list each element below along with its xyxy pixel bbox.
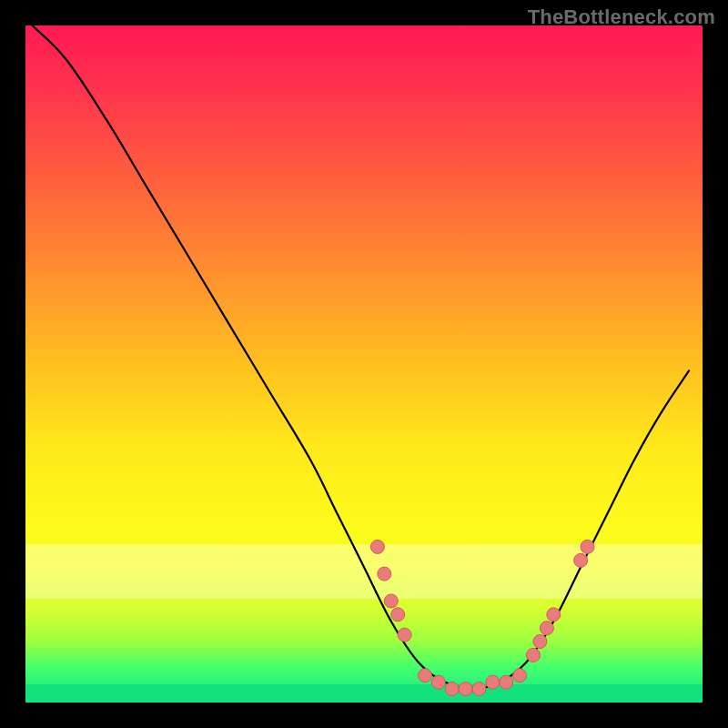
data-dot xyxy=(533,635,547,649)
data-dot xyxy=(398,628,411,642)
data-dot xyxy=(431,675,445,689)
data-dots xyxy=(370,540,594,695)
chart-stage: TheBottleneck.com xyxy=(0,0,728,728)
plot-area xyxy=(25,25,703,703)
data-dot xyxy=(378,567,391,581)
curve-line xyxy=(32,25,689,689)
data-dot xyxy=(370,540,384,553)
data-dot xyxy=(384,594,398,608)
data-dot xyxy=(513,669,527,682)
data-dot xyxy=(486,675,500,689)
data-dot xyxy=(574,553,588,567)
data-dot xyxy=(419,669,432,682)
data-dot xyxy=(459,682,472,696)
data-dot xyxy=(547,608,561,622)
data-dot xyxy=(445,682,459,696)
data-dot xyxy=(527,648,541,662)
data-dot xyxy=(391,608,405,622)
data-dot xyxy=(540,622,553,635)
data-dot xyxy=(581,540,594,553)
chart-svg xyxy=(25,25,703,703)
data-dot xyxy=(472,682,486,696)
data-dot xyxy=(500,675,513,689)
bottleneck-curve xyxy=(32,25,689,689)
